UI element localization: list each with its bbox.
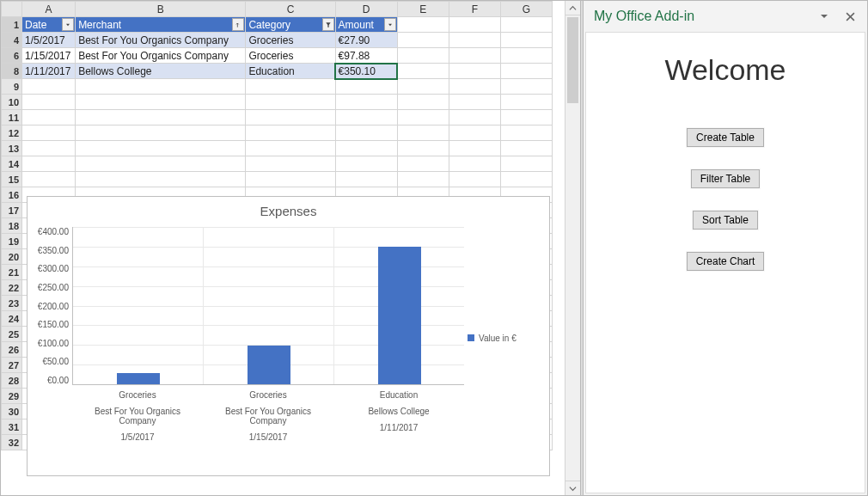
taskpane-menu-button[interactable] [816, 8, 833, 25]
cell-empty[interactable] [76, 141, 246, 156]
row-header-19[interactable]: 19 [2, 234, 22, 249]
cell-empty[interactable] [246, 95, 335, 110]
table-header-date[interactable]: Date [22, 17, 76, 33]
cell-category[interactable]: Education [246, 64, 335, 79]
row-header-22[interactable]: 22 [2, 280, 22, 296]
cell-empty[interactable] [500, 48, 552, 64]
cell-empty[interactable] [397, 172, 449, 187]
column-header-E[interactable]: E [397, 2, 449, 17]
cell-empty[interactable] [397, 17, 449, 33]
cell-empty[interactable] [76, 156, 246, 172]
cell-empty[interactable] [22, 141, 76, 156]
cell-empty[interactable] [246, 156, 335, 172]
cell-empty[interactable] [449, 156, 500, 172]
create-table-button[interactable]: Create Table [687, 128, 764, 147]
cell-category[interactable]: Groceries [246, 33, 335, 48]
cell-empty[interactable] [397, 33, 449, 48]
vertical-scrollbar[interactable] [565, 1, 580, 495]
filter-table-button[interactable]: Filter Table [691, 169, 760, 188]
cell-empty[interactable] [335, 141, 397, 156]
cell-empty[interactable] [335, 79, 397, 95]
row-header-30[interactable]: 30 [2, 404, 22, 419]
cell-empty[interactable] [22, 110, 76, 126]
row-header-1[interactable]: 1 [2, 17, 22, 33]
row-header-14[interactable]: 14 [2, 156, 22, 172]
cell-category[interactable]: Groceries [246, 48, 335, 64]
cell-empty[interactable] [76, 95, 246, 110]
cell-empty[interactable] [449, 17, 500, 33]
cell-empty[interactable] [449, 141, 500, 156]
row-header-13[interactable]: 13 [2, 141, 22, 156]
row-header-23[interactable]: 23 [2, 296, 22, 311]
cell-empty[interactable] [246, 172, 335, 187]
row-header-18[interactable]: 18 [2, 218, 22, 234]
cell-empty[interactable] [397, 64, 449, 79]
cell-empty[interactable] [246, 79, 335, 95]
cell-empty[interactable] [500, 110, 552, 126]
cell-empty[interactable] [397, 156, 449, 172]
cell-empty[interactable] [500, 17, 552, 33]
cell-empty[interactable] [500, 33, 552, 48]
cell-date[interactable]: 1/11/2017 [22, 64, 76, 79]
row-header-11[interactable]: 11 [2, 110, 22, 126]
cell-empty[interactable] [397, 110, 449, 126]
cell-amount[interactable]: €97.88 [335, 48, 397, 64]
cell-empty[interactable] [397, 95, 449, 110]
cell-empty[interactable] [397, 141, 449, 156]
cell-empty[interactable] [246, 110, 335, 126]
cell-amount[interactable]: €350.10 [335, 64, 397, 79]
column-header-A[interactable]: A [22, 2, 76, 17]
cell-empty[interactable] [335, 110, 397, 126]
column-header-C[interactable]: C [246, 2, 335, 17]
cell-empty[interactable] [76, 172, 246, 187]
row-header-29[interactable]: 29 [2, 389, 22, 404]
cell-empty[interactable] [246, 126, 335, 141]
cell-empty[interactable] [500, 95, 552, 110]
cell-empty[interactable] [335, 126, 397, 141]
cell-empty[interactable] [449, 64, 500, 79]
cell-empty[interactable] [397, 79, 449, 95]
cell-date[interactable]: 1/5/2017 [22, 33, 76, 48]
cell-empty[interactable] [335, 156, 397, 172]
row-header-16[interactable]: 16 [2, 187, 22, 203]
table-header-category[interactable]: Category [246, 17, 335, 33]
row-header-24[interactable]: 24 [2, 311, 22, 327]
row-header-4[interactable]: 4 [2, 33, 22, 48]
row-header-20[interactable]: 20 [2, 249, 22, 265]
cell-empty[interactable] [500, 141, 552, 156]
row-header-27[interactable]: 27 [2, 358, 22, 373]
row-header-17[interactable]: 17 [2, 203, 22, 218]
cell-merchant[interactable]: Best For You Organics Company [76, 33, 246, 48]
cell-empty[interactable] [500, 79, 552, 95]
filter-dropdown-date[interactable] [62, 18, 74, 31]
cell-empty[interactable] [500, 126, 552, 141]
cell-date[interactable]: 1/15/2017 [22, 48, 76, 64]
cell-empty[interactable] [76, 110, 246, 126]
filter-dropdown-merchant[interactable] [232, 18, 244, 31]
column-header-G[interactable]: G [500, 2, 552, 17]
cell-empty[interactable] [397, 126, 449, 141]
column-header-F[interactable]: F [449, 2, 500, 17]
cell-empty[interactable] [449, 110, 500, 126]
scrollbar-thumb[interactable] [567, 17, 578, 103]
cell-empty[interactable] [22, 126, 76, 141]
cell-empty[interactable] [500, 172, 552, 187]
taskpane-close-button[interactable] [841, 8, 859, 25]
cell-empty[interactable] [449, 95, 500, 110]
column-header-B[interactable]: B [76, 2, 246, 17]
cell-empty[interactable] [397, 48, 449, 64]
row-header-26[interactable]: 26 [2, 342, 22, 358]
row-header-8[interactable]: 8 [2, 64, 22, 79]
cell-empty[interactable] [500, 156, 552, 172]
table-header-amount[interactable]: Amount [335, 17, 397, 33]
embedded-chart[interactable]: Expenses €400.00€350.00€300.00€250.00€20… [27, 196, 550, 476]
row-header-21[interactable]: 21 [2, 265, 22, 280]
cell-empty[interactable] [449, 79, 500, 95]
cell-empty[interactable] [22, 156, 76, 172]
cell-empty[interactable] [22, 95, 76, 110]
table-header-merchant[interactable]: Merchant [76, 17, 246, 33]
cell-empty[interactable] [449, 48, 500, 64]
chart-bar[interactable] [117, 373, 160, 384]
cell-merchant[interactable]: Bellows College [76, 64, 246, 79]
row-header-15[interactable]: 15 [2, 172, 22, 187]
